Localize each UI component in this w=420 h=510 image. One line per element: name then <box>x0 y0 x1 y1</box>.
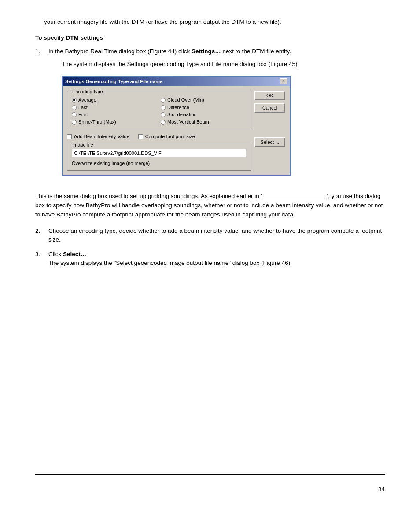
footprint-label: Compute foot print size <box>145 133 195 140</box>
select-bold: Select… <box>63 251 86 257</box>
page-number: 84 <box>378 486 385 492</box>
radio-std[interactable]: Std. deviation <box>161 111 246 118</box>
dialog-close-button[interactable]: × <box>280 78 287 84</box>
radio-first-button[interactable] <box>72 112 77 117</box>
image-file-group-label: Image file <box>71 141 95 149</box>
radio-last-button[interactable] <box>72 105 77 110</box>
beam-intensity-checkbox[interactable] <box>67 134 72 139</box>
step-3-click: Click Select… <box>48 251 86 257</box>
cross-reference-link <box>264 192 325 198</box>
page-container: your current imagery file with the DTM (… <box>0 0 420 510</box>
radio-first-label: First <box>78 111 88 118</box>
footprint-checkbox[interactable] <box>138 134 143 139</box>
body-paragraph: This is the same dialog box used to set … <box>35 192 385 220</box>
encoding-radio-grid: Average Last First <box>72 96 246 125</box>
image-file-group: Image file Overwrite existing image (no … <box>67 144 251 171</box>
radio-col-right: Cloud Over (Min) Difference <box>161 96 246 125</box>
radio-diff[interactable]: Difference <box>161 104 246 111</box>
radio-diff-label: Difference <box>167 104 189 111</box>
encoding-type-group: Encoding type Average <box>67 91 251 129</box>
radio-last-label: Last <box>78 104 88 111</box>
step-3-sub: The system displays the "Select geoencod… <box>48 260 292 266</box>
radio-average[interactable]: Average <box>72 96 157 104</box>
radio-mvb[interactable]: Most Vertical Beam <box>161 118 246 126</box>
radio-shine[interactable]: Shine-Thru (Max) <box>72 118 157 126</box>
radio-average-label: Average <box>78 96 96 104</box>
settings-dialog: Settings Geoencoding Type and File name … <box>62 76 291 176</box>
list-item-3: 3. Click Select… The system displays the… <box>35 250 385 268</box>
checkbox-footprint[interactable]: Compute foot print size <box>138 133 195 140</box>
dialog-left-panel: Encoding type Average <box>67 91 251 171</box>
body-paragraph-text: This is the same dialog box used to set … <box>35 192 385 220</box>
file-row <box>72 149 246 158</box>
page-footer: 84 <box>0 481 420 492</box>
select-button-dialog[interactable]: Select ... <box>254 137 285 147</box>
list-item-1: 1. In the Bathypro Real Time dialog box … <box>35 47 385 183</box>
radio-average-button[interactable] <box>72 98 77 103</box>
checkbox-row: Add Beam Intensity Value Compute foot pr… <box>67 133 251 140</box>
step-number-1: 1. <box>35 47 48 183</box>
step-3-content: Click Select… The system displays the "S… <box>48 250 385 268</box>
section-heading: To specify DTM settings <box>35 34 385 41</box>
file-path-input[interactable] <box>72 149 246 158</box>
list-item-2: 2. Choose an encoding type, decide wheth… <box>35 227 385 245</box>
radio-cloud[interactable]: Cloud Over (Min) <box>161 96 246 104</box>
radio-diff-button[interactable] <box>161 105 166 110</box>
step-1-content: In the Bathypro Real Time dialog box (Fi… <box>48 47 385 183</box>
dialog-title: Settings Geoencoding Type and File name <box>65 78 162 85</box>
step-1-subtext: The system displays the Settings geoenco… <box>62 60 385 69</box>
step-number-3: 3. <box>35 250 48 268</box>
checkbox-beam-intensity[interactable]: Add Beam Intensity Value <box>67 133 129 140</box>
numbered-list-2: 2. Choose an encoding type, decide wheth… <box>35 227 385 268</box>
dialog-titlebar: Settings Geoencoding Type and File name … <box>63 77 290 87</box>
radio-cloud-label: Cloud Over (Min) <box>167 96 204 104</box>
beam-intensity-label: Add Beam Intensity Value <box>74 133 129 140</box>
cancel-button[interactable]: Cancel <box>254 103 285 113</box>
intro-text: your current imagery file with the DTM (… <box>44 18 385 26</box>
ok-button[interactable]: OK <box>254 91 285 100</box>
radio-col-left: Average Last First <box>72 96 157 125</box>
step-2-content: Choose an encoding type, decide whether … <box>48 227 385 245</box>
radio-std-label: Std. deviation <box>167 111 197 118</box>
radio-mvb-button[interactable] <box>161 120 166 125</box>
radio-std-button[interactable] <box>161 112 166 117</box>
overwrite-text: Overwrite existing image (no merge) <box>72 160 246 167</box>
radio-shine-label: Shine-Thru (Max) <box>78 118 116 126</box>
numbered-list: 1. In the Bathypro Real Time dialog box … <box>35 47 385 183</box>
dialog-body: Encoding type Average <box>63 86 290 175</box>
step-1-text: In the Bathypro Real Time dialog box (Fi… <box>48 48 291 55</box>
footer-divider <box>35 474 385 475</box>
encoding-group-label: Encoding type <box>71 88 104 95</box>
dialog-right-panel: OK Cancel Select ... <box>254 91 285 171</box>
radio-last[interactable]: Last <box>72 104 157 111</box>
settings-bold: Settings… <box>192 48 221 55</box>
step-number-2: 2. <box>35 227 48 245</box>
radio-mvb-label: Most Vertical Beam <box>167 118 209 126</box>
radio-cloud-button[interactable] <box>161 98 166 103</box>
radio-first[interactable]: First <box>72 111 157 118</box>
radio-shine-button[interactable] <box>72 120 77 125</box>
